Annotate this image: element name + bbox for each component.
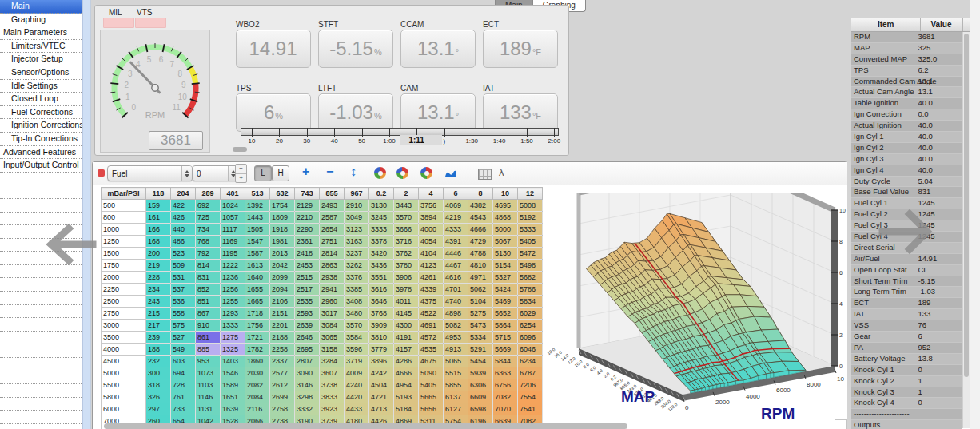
- sidebar-item-advanced-features[interactable]: Advanced Features: [0, 146, 82, 160]
- fuel-table-cell[interactable]: 536: [171, 296, 196, 308]
- fuel-table-column-header[interactable]: 855: [320, 188, 345, 200]
- sidebar-empty-row[interactable]: [0, 199, 82, 213]
- fuel-table-cell[interactable]: 3385: [345, 284, 369, 296]
- fuel-table-cell[interactable]: 6756: [493, 379, 518, 391]
- fuel-table-cell[interactable]: 2593: [295, 308, 320, 320]
- fuel-table-cell[interactable]: 3237: [345, 248, 369, 260]
- fuel-table-cell[interactable]: 5424: [493, 284, 518, 296]
- fuel-table-row-header[interactable]: 4500: [102, 356, 146, 367]
- sidebar-item-limiters-vtec[interactable]: Limiters/VTEC: [0, 40, 82, 54]
- fuel-table-cell[interactable]: 852: [196, 284, 221, 296]
- fuel-table-cell[interactable]: 3768: [369, 308, 394, 320]
- fuel-table-cell[interactable]: 1117: [221, 224, 245, 236]
- fuel-table-cell[interactable]: 4898: [444, 308, 468, 320]
- scale-values-icon[interactable]: ↕: [350, 164, 357, 180]
- fuel-table-cell[interactable]: 1392: [245, 200, 270, 212]
- lambda-view-icon[interactable]: λ: [499, 166, 504, 178]
- fuel-table-cell[interactable]: 4675: [419, 356, 444, 367]
- fuel-table-cell[interactable]: 1651: [221, 391, 245, 403]
- fuel-table-cell[interactable]: 6609: [468, 391, 493, 403]
- fuel-table-cell[interactable]: 5154: [493, 260, 518, 272]
- fuel-table-column-header[interactable]: 743: [295, 188, 320, 200]
- fuel-table-cell[interactable]: 4382: [468, 200, 493, 212]
- fuel-table-cell[interactable]: 1103: [196, 379, 221, 391]
- fuel-table-cell[interactable]: 4446: [444, 248, 468, 260]
- timeline-bar[interactable]: [241, 128, 559, 136]
- decrease-values-icon[interactable]: −: [326, 164, 333, 180]
- fuel-table-cell[interactable]: 426: [171, 212, 196, 224]
- datalist-row[interactable]: TPS6.2: [851, 66, 962, 77]
- datalist-row[interactable]: Knock Cyl 31: [851, 387, 962, 399]
- fuel-table-cell[interactable]: 3158: [320, 344, 345, 356]
- fuel-table-cell[interactable]: 2201: [270, 320, 295, 332]
- fuel-table-cell[interactable]: 5665: [419, 391, 444, 403]
- fuel-table-cell[interactable]: 2535: [295, 296, 320, 308]
- fuel-table-cell[interactable]: 4191: [394, 332, 419, 344]
- datalist-row[interactable]: Base Fuel Value831: [851, 187, 962, 198]
- fuel-table-cell[interactable]: 2751: [320, 236, 345, 248]
- fuel-table-cell[interactable]: 215: [146, 308, 171, 320]
- fuel-table-cell[interactable]: 6137: [444, 391, 468, 403]
- fuel-table-cell[interactable]: 1718: [245, 308, 270, 320]
- fuel-table-cell[interactable]: 861: [196, 332, 221, 344]
- fuel-table-cell[interactable]: 3163: [345, 236, 369, 248]
- fuel-table-cell[interactable]: 1639: [221, 403, 245, 415]
- fuel-table-cell[interactable]: 228: [146, 272, 171, 284]
- fuel-table-cell[interactable]: 4333: [444, 224, 468, 236]
- fuel-table-cell[interactable]: 1860: [245, 356, 270, 367]
- fuel-table-cell[interactable]: 2577: [270, 367, 295, 379]
- fuel-table-cell[interactable]: 243: [146, 296, 171, 308]
- fuel-table-cell[interactable]: 2151: [270, 308, 295, 320]
- sidebar-empty-row[interactable]: [0, 305, 82, 319]
- fuel-table-cell[interactable]: 3084: [320, 320, 345, 332]
- fuel-table-cell[interactable]: 1275: [221, 332, 245, 344]
- fuel-table-cell[interactable]: 3719: [345, 356, 369, 367]
- sidebar-empty-row[interactable]: [0, 358, 82, 371]
- fuel-table-cell[interactable]: 4157: [394, 344, 419, 356]
- fuel-table-cell[interactable]: 3762: [394, 248, 419, 260]
- fuel-table-cell[interactable]: 3607: [320, 367, 345, 379]
- fuel-table-cell[interactable]: 4391: [444, 236, 468, 248]
- fuel-table-cell[interactable]: 4691: [419, 320, 444, 332]
- fuel-table-cell[interactable]: 3909: [369, 320, 394, 332]
- fuel-table-cell[interactable]: 768: [196, 236, 221, 248]
- fuel-table-cell[interactable]: 5515: [444, 367, 468, 379]
- fuel-table-cell[interactable]: 1754: [270, 200, 295, 212]
- fuel-table-cell[interactable]: 1665: [245, 296, 270, 308]
- fuel-table-cell[interactable]: 1655: [245, 284, 270, 296]
- fuel-table-cell[interactable]: 4713: [369, 403, 394, 415]
- fuel-table-cell[interactable]: 5656: [419, 403, 444, 415]
- fuel-table-cell[interactable]: 1918: [270, 224, 295, 236]
- datalist-row[interactable]: Gear6: [851, 332, 962, 343]
- fuel-table-cell[interactable]: 3716: [394, 236, 419, 248]
- fuel-table-cell[interactable]: 4300: [394, 320, 419, 332]
- fuel-table-cell[interactable]: 2612: [270, 379, 295, 391]
- fuel-table-cell[interactable]: 5473: [468, 320, 493, 332]
- fuel-table-cell[interactable]: 2099: [270, 272, 295, 284]
- fuel-table-cell[interactable]: 2941: [320, 284, 345, 296]
- fuel-table-cell[interactable]: 4535: [419, 344, 444, 356]
- fuel-table-cell[interactable]: 3738: [320, 379, 345, 391]
- fuel-table-cell[interactable]: 5715: [493, 332, 518, 344]
- fuel-table-cell[interactable]: 4522: [419, 308, 444, 320]
- fuel-table-cell[interactable]: 6598: [468, 403, 493, 415]
- fuel-table-column-header[interactable]: 4: [419, 188, 444, 200]
- fuel-table-cell[interactable]: 867: [196, 308, 221, 320]
- datalist-row[interactable]: Knock Cyl 21: [851, 376, 962, 387]
- fuel-table-cell[interactable]: 3436: [369, 260, 394, 272]
- fuel-table-column-header[interactable]: 289: [196, 188, 221, 200]
- datalist-row[interactable]: Outputs: [851, 420, 962, 429]
- fuel-table-cell[interactable]: 5844: [493, 356, 518, 367]
- high-cam-button[interactable]: H: [272, 165, 289, 181]
- fuel-table-cell[interactable]: 692: [196, 200, 221, 212]
- fuel-table-cell[interactable]: 910: [196, 320, 221, 332]
- datalist-row[interactable]: Long Term Trim-1.03: [851, 287, 962, 298]
- fuel-table-cell[interactable]: 4339: [419, 284, 444, 296]
- datalist-scrollbar[interactable]: [962, 32, 970, 428]
- fuel-table-cell[interactable]: 3378: [369, 236, 394, 248]
- table-select-stepper-icon[interactable]: [181, 166, 192, 181]
- fuel-table-cell[interactable]: 2493: [320, 200, 345, 212]
- fuel-table-cell[interactable]: 5184: [394, 403, 419, 415]
- fuel-table-cell[interactable]: 523: [171, 248, 196, 260]
- datalist-row[interactable]: Ign Cyl 340.0: [851, 154, 962, 165]
